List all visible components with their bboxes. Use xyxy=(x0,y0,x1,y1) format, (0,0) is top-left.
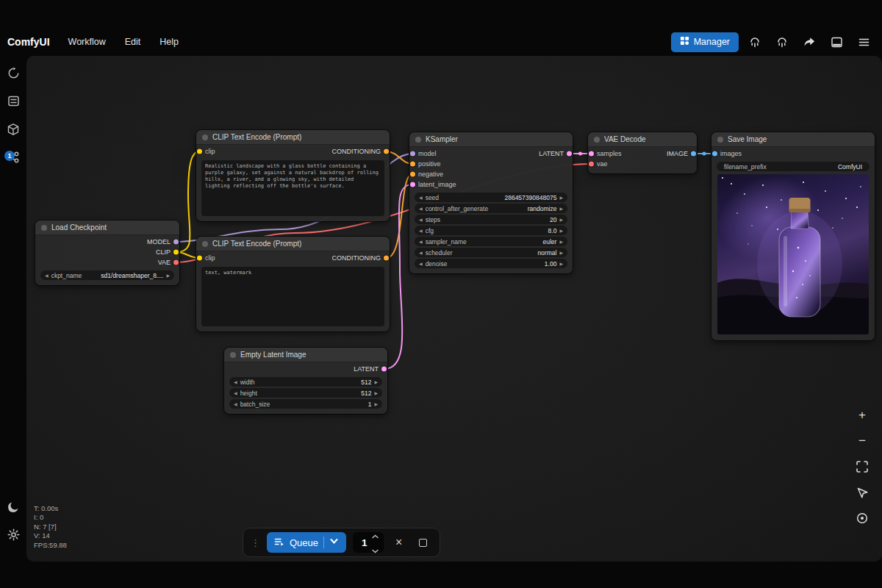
collapse-dot-icon[interactable] xyxy=(41,225,47,231)
decrement-icon[interactable] xyxy=(372,543,379,556)
prev-value-icon[interactable] xyxy=(419,262,423,266)
sidebar-queue-button[interactable] xyxy=(2,91,24,113)
node-header[interactable]: Load Checkpoint xyxy=(35,220,179,235)
stop-button[interactable] xyxy=(415,533,432,552)
next-value-icon[interactable] xyxy=(559,240,563,244)
node-header[interactable]: CLIP Text Encode (Prompt) xyxy=(196,130,390,145)
prev-value-icon[interactable] xyxy=(45,273,49,278)
input-slot-vae[interactable] xyxy=(589,162,594,167)
waterfall-icon-1[interactable] xyxy=(744,32,766,52)
node-clip-text-encode-negative[interactable]: CLIP Text Encode (Prompt) clip CONDITION… xyxy=(196,237,390,331)
next-value-icon[interactable] xyxy=(166,273,170,278)
next-value-icon[interactable] xyxy=(559,196,563,200)
node-header[interactable]: KSampler xyxy=(409,132,573,147)
widget-cfg[interactable]: cfg 8.0 xyxy=(415,226,567,235)
collapse-dot-icon[interactable] xyxy=(415,137,421,143)
node-header[interactable]: CLIP Text Encode (Prompt) xyxy=(196,237,390,251)
menu-help[interactable]: Help xyxy=(150,31,188,53)
node-vae-decode[interactable]: VAE Decode samples IMAGE vae xyxy=(588,132,697,173)
widget-sampler-name[interactable]: sampler_name euler xyxy=(415,237,567,246)
input-slot-clip[interactable] xyxy=(197,256,202,261)
waterfall-icon-2[interactable] xyxy=(771,32,793,52)
input-slot-samples[interactable] xyxy=(589,151,594,157)
widget-control-after-generate[interactable]: control_after_generate randomize xyxy=(415,204,567,213)
queue-button[interactable]: Queue xyxy=(267,532,346,553)
collapse-dot-icon[interactable] xyxy=(202,135,208,140)
widget-batch-size[interactable]: batch_size 1 xyxy=(229,399,382,409)
manager-button[interactable]: Manager xyxy=(671,32,739,52)
drag-handle[interactable]: ⋮ xyxy=(251,537,260,548)
prev-value-icon[interactable] xyxy=(419,207,423,211)
fit-view-button[interactable] xyxy=(853,457,872,476)
widget-steps[interactable]: steps 20 xyxy=(415,215,567,224)
prev-value-icon[interactable] xyxy=(419,218,423,222)
prev-value-icon[interactable] xyxy=(419,196,423,200)
bottom-panel-icon[interactable] xyxy=(825,32,847,52)
next-value-icon[interactable] xyxy=(559,251,563,255)
output-slot-latent[interactable] xyxy=(567,151,572,157)
chevron-down-icon[interactable] xyxy=(329,537,339,548)
focus-mode-button[interactable] xyxy=(853,509,872,528)
menu-workflow[interactable]: Workflow xyxy=(59,31,115,53)
prev-value-icon[interactable] xyxy=(419,240,423,244)
prev-value-icon[interactable] xyxy=(419,229,423,233)
next-value-icon[interactable] xyxy=(374,391,378,395)
prompt-textarea[interactable]: Realistic landscape with a glass bottle … xyxy=(201,160,384,216)
node-ksampler[interactable]: KSampler model LATENT positive xyxy=(409,132,573,273)
next-value-icon[interactable] xyxy=(559,229,563,233)
increment-icon[interactable] xyxy=(372,528,379,542)
next-value-icon[interactable] xyxy=(559,218,563,222)
node-header[interactable]: VAE Decode xyxy=(588,132,697,147)
collapse-dot-icon[interactable] xyxy=(594,137,600,143)
collapse-dot-icon[interactable] xyxy=(230,352,236,358)
widget-denoise[interactable]: denoise 1.00 xyxy=(415,259,567,268)
zoom-out-button[interactable]: − xyxy=(853,431,872,451)
sidebar-model-library-button[interactable] xyxy=(2,119,24,141)
widget-filename-prefix[interactable]: filename_prefix ComfyUI xyxy=(717,162,870,171)
cancel-run-button[interactable]: × xyxy=(390,533,408,552)
sidebar-history-button[interactable] xyxy=(2,63,24,85)
collapse-dot-icon[interactable] xyxy=(717,137,723,143)
output-slot-latent[interactable] xyxy=(381,367,387,372)
widget-height[interactable]: height 512 xyxy=(229,388,382,398)
output-slot-vae[interactable] xyxy=(173,260,179,265)
widget-seed[interactable]: seed 286457390848075 xyxy=(415,193,567,202)
menu-edit[interactable]: Edit xyxy=(115,31,151,53)
output-slot-model[interactable] xyxy=(173,240,179,245)
prev-value-icon[interactable] xyxy=(234,391,237,395)
menu-icon[interactable] xyxy=(853,32,875,52)
share-icon[interactable] xyxy=(798,32,820,52)
node-empty-latent-image[interactable]: Empty Latent Image LATENT width 512 xyxy=(224,348,387,414)
prompt-textarea[interactable]: text, watermark xyxy=(201,267,384,326)
generated-image-preview[interactable] xyxy=(717,174,869,334)
node-canvas[interactable]: Load Checkpoint MODEL CLIP VAE xyxy=(26,56,882,562)
app-logo[interactable]: ComfyUI xyxy=(6,36,59,48)
widget-scheduler[interactable]: scheduler normal xyxy=(415,248,567,257)
output-slot-conditioning[interactable] xyxy=(384,256,389,261)
zoom-in-button[interactable]: + xyxy=(853,406,872,425)
next-value-icon[interactable] xyxy=(559,207,563,211)
next-value-icon[interactable] xyxy=(559,262,563,266)
node-clip-text-encode-positive[interactable]: CLIP Text Encode (Prompt) clip CONDITION… xyxy=(196,130,390,221)
input-slot-latent-image[interactable] xyxy=(410,182,415,187)
batch-count-spinner[interactable]: 1 xyxy=(353,532,384,553)
settings-button[interactable] xyxy=(2,525,24,547)
node-load-checkpoint[interactable]: Load Checkpoint MODEL CLIP VAE xyxy=(35,220,179,285)
widget-ckpt-name[interactable]: ckpt_name sd1/dreamshaper_8.... xyxy=(40,270,174,280)
widget-width[interactable]: width 512 xyxy=(229,377,382,387)
node-header[interactable]: Save Image xyxy=(711,132,875,147)
input-slot-images[interactable] xyxy=(712,151,717,157)
output-slot-image[interactable] xyxy=(691,151,696,157)
node-save-image[interactable]: Save Image images filename_prefix ComfyU… xyxy=(711,132,875,340)
input-slot-negative[interactable] xyxy=(410,172,415,177)
prev-value-icon[interactable] xyxy=(419,251,423,255)
collapse-dot-icon[interactable] xyxy=(202,241,208,247)
select-mode-button[interactable] xyxy=(853,483,872,502)
prev-value-icon[interactable] xyxy=(234,402,237,406)
input-slot-positive[interactable] xyxy=(410,162,415,167)
prev-value-icon[interactable] xyxy=(234,380,237,384)
input-slot-model[interactable] xyxy=(410,151,415,157)
sidebar-workflows-button[interactable]: 1 xyxy=(2,147,24,169)
next-value-icon[interactable] xyxy=(374,402,378,406)
next-value-icon[interactable] xyxy=(374,380,378,384)
